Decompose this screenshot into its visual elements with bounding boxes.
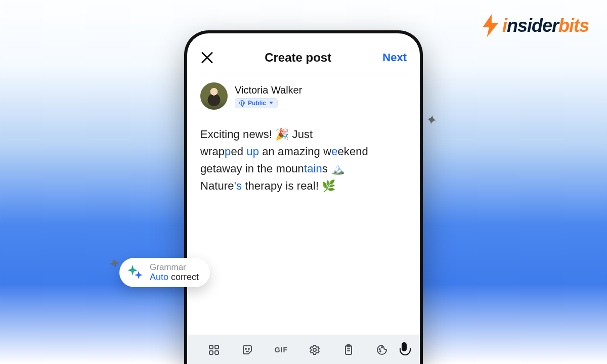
page-title: Create post	[265, 51, 331, 65]
svg-point-12	[379, 348, 380, 349]
globe-icon	[239, 100, 245, 106]
chevron-down-icon	[269, 102, 273, 104]
author-meta: Victoria Walker Public	[235, 84, 302, 108]
highlight: 's	[234, 179, 242, 192]
privacy-selector[interactable]: Public	[235, 98, 278, 108]
theme-icon[interactable]	[375, 343, 388, 356]
bolt-icon	[481, 14, 500, 37]
phone-frame: Create post Next Victoria Walker Public …	[184, 30, 423, 364]
post-line-4: Nature's therapy is real! 🌿	[200, 177, 407, 195]
mic-icon[interactable]	[399, 342, 410, 357]
pill-line-2: Auto correct	[150, 272, 199, 283]
svg-point-14	[380, 351, 381, 352]
svg-point-5	[245, 348, 246, 349]
brand-logo: insiderbits	[481, 14, 589, 37]
sparkle-icon: ✦	[424, 111, 438, 128]
post-line-1: Exciting news! 🎉 Just	[200, 126, 407, 143]
svg-rect-1	[209, 345, 213, 349]
svg-rect-3	[209, 351, 213, 354]
highlight: up	[246, 145, 259, 158]
pill-line-1: Grammar	[150, 263, 199, 272]
next-button[interactable]: Next	[382, 51, 407, 64]
party-popper-emoji: 🎉	[275, 128, 289, 141]
apps-icon[interactable]	[207, 343, 221, 356]
svg-rect-4	[215, 351, 219, 354]
svg-rect-2	[215, 345, 219, 349]
grammar-suggestion-pill[interactable]: Grammar Auto correct	[119, 258, 210, 287]
top-bar: Create post Next	[200, 46, 407, 73]
svg-point-13	[381, 347, 382, 348]
post-textarea[interactable]: Exciting news! 🎉 Just wrapped up an amaz…	[200, 115, 407, 195]
post-line-2: wrapped up an amazing weekend	[200, 143, 407, 160]
highlight: p	[225, 145, 231, 158]
phone-screen: Create post Next Victoria Walker Public …	[187, 33, 420, 364]
svg-point-7	[313, 348, 316, 351]
highlight: e	[331, 145, 337, 158]
mountain-emoji: 🏔️	[331, 162, 344, 175]
gif-button[interactable]: GIF	[275, 346, 288, 354]
avatar[interactable]	[200, 82, 228, 110]
privacy-label: Public	[248, 100, 266, 107]
highlight: tain	[304, 162, 322, 175]
brand-text: insiderbits	[502, 15, 589, 36]
author-name: Victoria Walker	[235, 84, 302, 96]
pill-labels: Grammar Auto correct	[150, 263, 199, 282]
sticker-icon[interactable]	[241, 343, 254, 356]
close-icon[interactable]	[200, 51, 213, 64]
author-row: Victoria Walker Public	[200, 73, 407, 115]
svg-marker-0	[483, 14, 498, 37]
ai-sparkle-icon	[126, 264, 144, 281]
svg-point-6	[248, 348, 249, 349]
stage: insiderbits ✦ ✦ Create post Next Victori…	[0, 0, 607, 364]
post-line-3: getaway in the mountains 🏔️	[200, 160, 407, 177]
herb-emoji: 🌿	[322, 179, 335, 192]
settings-icon[interactable]	[308, 343, 321, 356]
keyboard-toolbar: GIF	[187, 335, 420, 364]
clipboard-icon[interactable]	[342, 343, 355, 356]
